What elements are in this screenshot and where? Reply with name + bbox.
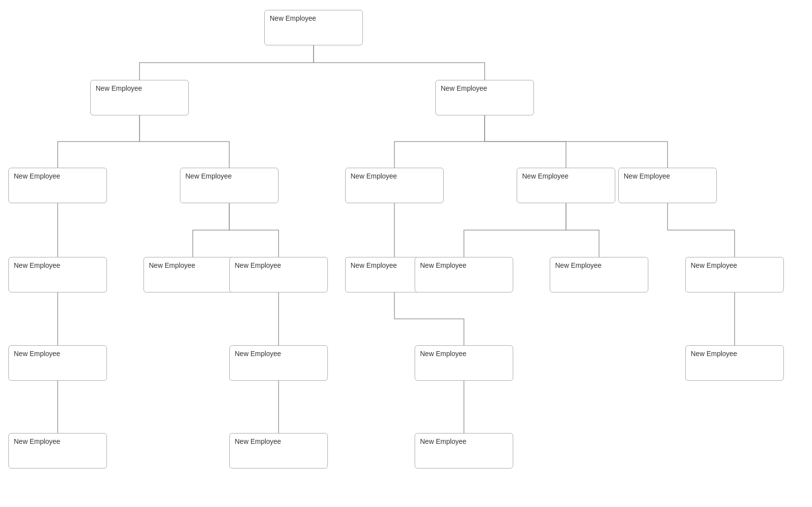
employee-node-l3_6[interactable]: New Employee	[550, 257, 648, 292]
employee-node-l4_2[interactable]: New Employee	[229, 345, 328, 381]
employee-node-l3_3[interactable]: New Employee	[229, 257, 328, 292]
employee-node-l2_ll[interactable]: New Employee	[8, 168, 107, 203]
employee-node-l2_rl[interactable]: New Employee	[345, 168, 444, 203]
employee-node-l3_8[interactable]: New Employee	[685, 257, 784, 292]
employee-node-l2_lr[interactable]: New Employee	[180, 168, 279, 203]
employee-node-l3_2[interactable]: New Employee	[143, 257, 242, 292]
employee-node-l3_5[interactable]: New Employee	[415, 257, 513, 292]
employee-node-l1_right[interactable]: New Employee	[435, 80, 534, 115]
employee-node-l4_4[interactable]: New Employee	[685, 345, 784, 381]
employee-node-l3_1[interactable]: New Employee	[8, 257, 107, 292]
employee-node-root[interactable]: New Employee	[264, 10, 363, 45]
org-chart: New EmployeeNew EmployeeNew EmployeeNew …	[0, 0, 812, 483]
connectors-svg	[0, 0, 812, 483]
employee-node-l4_1[interactable]: New Employee	[8, 345, 107, 381]
employee-node-l5_2[interactable]: New Employee	[229, 433, 328, 469]
employee-node-l2_rr[interactable]: New Employee	[517, 168, 615, 203]
employee-node-l5_3[interactable]: New Employee	[415, 433, 513, 469]
employee-node-l3_7[interactable]: New Employee	[618, 168, 717, 203]
employee-node-l5_1[interactable]: New Employee	[8, 433, 107, 469]
employee-node-l4_3[interactable]: New Employee	[415, 345, 513, 381]
employee-node-l1_left[interactable]: New Employee	[90, 80, 189, 115]
